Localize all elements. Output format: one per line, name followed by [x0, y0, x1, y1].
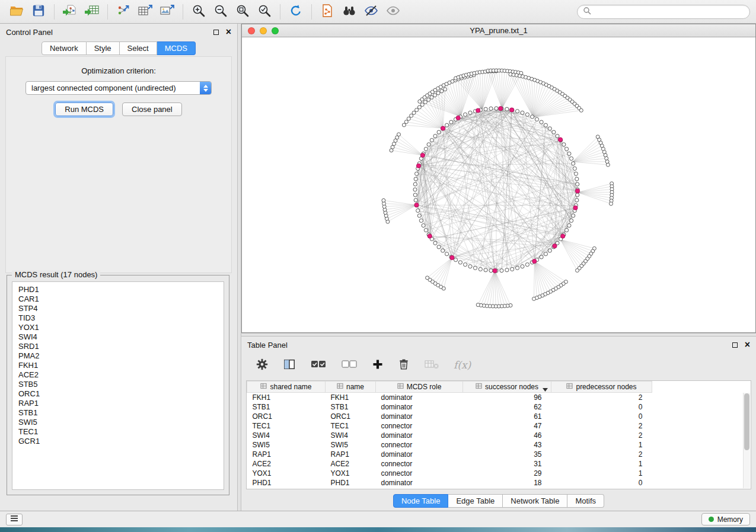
table-row[interactable]: TEC1TEC1connector472 — [247, 421, 652, 431]
cell-name[interactable]: ORC1 — [326, 412, 376, 421]
close-panel-icon[interactable]: × — [226, 27, 231, 37]
mcds-result-item[interactable]: STB1 — [18, 408, 218, 418]
float-panel-icon[interactable] — [732, 342, 738, 348]
table-settings-button[interactable] — [254, 357, 270, 374]
mcds-result-item[interactable]: ACE2 — [18, 370, 218, 380]
cell-name[interactable]: SWI5 — [326, 440, 376, 450]
mcds-result-item[interactable]: FKH1 — [18, 361, 218, 370]
mcds-result-item[interactable]: SRD1 — [18, 342, 218, 351]
cell-mcds-role[interactable]: dominator — [376, 478, 463, 488]
cell-shared-name[interactable]: ORC1 — [247, 412, 326, 421]
tab-style[interactable]: Style — [87, 41, 120, 55]
cell-shared-name[interactable]: SWI5 — [247, 440, 326, 450]
panel-menu-button[interactable] — [6, 514, 23, 525]
cell-shared-name[interactable]: RAP1 — [247, 450, 326, 459]
cell-shared-name[interactable]: PHD1 — [247, 478, 326, 488]
table-row[interactable]: SWI4SWI4dominator462 — [247, 431, 652, 440]
zoom-fit-button[interactable] — [232, 2, 253, 21]
tab-edge-table[interactable]: Edge Table — [448, 494, 503, 508]
cell-mcds-role[interactable]: connector — [376, 469, 463, 478]
cell-successor-nodes[interactable]: 29 — [463, 469, 551, 478]
cell-name[interactable]: RAP1 — [326, 450, 376, 459]
tab-select[interactable]: Select — [120, 41, 157, 55]
criterion-dropdown[interactable]: largest connected component (undirected) — [25, 81, 212, 95]
tab-network[interactable]: Network — [42, 41, 87, 55]
chevron-down-icon[interactable] — [543, 385, 548, 393]
column-header-mcds-role[interactable]: MCDS role — [376, 382, 463, 393]
save-session-button[interactable] — [28, 2, 49, 21]
float-panel-icon[interactable] — [213, 30, 219, 35]
cell-successor-nodes[interactable]: 96 — [463, 393, 551, 402]
close-panel-button[interactable]: Close panel — [122, 102, 182, 116]
delete-column-button[interactable] — [397, 357, 411, 374]
function-builder-button[interactable]: f(x) — [452, 358, 472, 372]
zoom-out-button[interactable] — [210, 2, 231, 21]
close-window-icon[interactable] — [248, 27, 255, 34]
column-header-predecessor-nodes[interactable]: predecessor nodes — [551, 382, 652, 393]
cell-successor-nodes[interactable]: 31 — [463, 459, 551, 469]
open-session-button[interactable] — [6, 2, 27, 21]
export-image-button[interactable] — [157, 2, 178, 21]
cell-predecessor-nodes[interactable]: 1 — [551, 440, 652, 450]
export-network-button[interactable] — [113, 2, 134, 21]
tab-motifs[interactable]: Motifs — [567, 494, 604, 508]
table-row[interactable]: PHD1PHD1dominator180 — [247, 478, 652, 488]
mcds-result-item[interactable]: SWI5 — [18, 418, 218, 427]
cell-shared-name[interactable]: YOX1 — [247, 469, 326, 478]
cell-shared-name[interactable]: ACE2 — [247, 459, 326, 469]
vertical-splitter[interactable] — [237, 24, 241, 511]
toggle-graphics-details-button[interactable] — [361, 2, 382, 21]
network-graph[interactable] — [242, 37, 755, 332]
cell-mcds-role[interactable]: connector — [376, 459, 463, 469]
table-row[interactable]: RAP1RAP1dominator352 — [247, 450, 652, 459]
cell-mcds-role[interactable]: dominator — [376, 431, 463, 440]
search-input[interactable] — [595, 7, 744, 16]
cell-shared-name[interactable]: TEC1 — [247, 421, 326, 431]
mcds-result-item[interactable]: TEC1 — [18, 427, 218, 437]
zoom-in-button[interactable] — [188, 2, 209, 21]
maximize-window-icon[interactable] — [272, 27, 279, 34]
cell-predecessor-nodes[interactable]: 2 — [551, 421, 652, 431]
tab-mcds[interactable]: MCDS — [157, 41, 196, 55]
tab-network-table[interactable]: Network Table — [503, 494, 567, 508]
column-header-successor-nodes[interactable]: successor nodes — [463, 382, 551, 393]
cell-name[interactable]: ACE2 — [326, 459, 376, 469]
share-document-button[interactable] — [317, 2, 338, 21]
delete-table-button-disabled[interactable] — [423, 357, 441, 373]
mcds-result-item[interactable]: GCR1 — [18, 437, 218, 446]
column-header-shared-name[interactable]: shared name — [247, 382, 326, 393]
cell-name[interactable]: FKH1 — [326, 393, 376, 402]
cell-shared-name[interactable]: FKH1 — [247, 393, 326, 402]
cell-predecessor-nodes[interactable]: 0 — [551, 402, 652, 412]
cell-shared-name[interactable]: SWI4 — [247, 431, 326, 440]
mcds-result-item[interactable]: TID3 — [18, 313, 218, 323]
cell-successor-nodes[interactable]: 61 — [463, 412, 551, 421]
cell-mcds-role[interactable]: dominator — [376, 450, 463, 459]
mcds-result-item[interactable]: ORC1 — [18, 389, 218, 399]
cell-predecessor-nodes[interactable]: 0 — [551, 412, 652, 421]
deselect-all-rows-button[interactable] — [340, 357, 359, 373]
mcds-result-item[interactable]: CAR1 — [18, 294, 218, 304]
column-header-name[interactable]: name — [326, 382, 376, 393]
mcds-result-item[interactable]: SWI4 — [18, 332, 218, 342]
cell-predecessor-nodes[interactable]: 1 — [551, 459, 652, 469]
cell-mcds-role[interactable]: dominator — [376, 402, 463, 412]
cell-name[interactable]: STB1 — [326, 402, 376, 412]
cell-successor-nodes[interactable]: 62 — [463, 402, 551, 412]
mcds-result-list[interactable]: PHD1CAR1STP4TID3YOX1SWI4SRD1PMA2FKH1ACE2… — [12, 281, 224, 490]
network-window-titlebar[interactable]: YPA_prune.txt_1 — [242, 24, 755, 37]
cell-mcds-role[interactable]: connector — [376, 421, 463, 431]
table-row[interactable]: FKH1FKH1dominator962 — [247, 393, 652, 402]
cell-name[interactable]: YOX1 — [326, 469, 376, 478]
import-network-button[interactable] — [59, 2, 81, 21]
search-box[interactable] — [577, 5, 750, 19]
cell-mcds-role[interactable]: dominator — [376, 412, 463, 421]
mcds-result-item[interactable]: STB5 — [18, 380, 218, 389]
cell-successor-nodes[interactable]: 35 — [463, 450, 551, 459]
select-all-rows-button[interactable] — [309, 357, 328, 373]
mcds-result-item[interactable]: PHD1 — [18, 285, 218, 294]
cell-name[interactable]: TEC1 — [326, 421, 376, 431]
cell-successor-nodes[interactable]: 47 — [463, 421, 551, 431]
import-table-button[interactable] — [81, 2, 103, 21]
cell-name[interactable]: SWI4 — [326, 431, 376, 440]
